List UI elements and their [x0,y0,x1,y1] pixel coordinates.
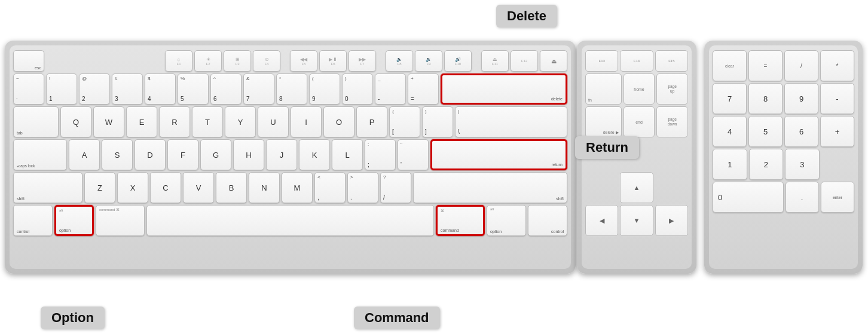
key-pagedown[interactable]: pagedown [656,106,688,137]
key-backslash[interactable]: |\ [455,106,567,137]
key-x[interactable]: X [117,172,148,203]
key-arrow-down[interactable]: ▼ [620,205,653,236]
key-y[interactable]: Y [225,106,256,137]
key-num-0[interactable]: 0 [713,182,784,213]
key-num-dot[interactable]: . [786,182,819,213]
key-eject[interactable]: ⏏ [540,50,567,72]
key-f9[interactable]: 🔉 F9 [415,50,442,72]
key-minus[interactable]: _- [375,73,406,105]
key-t[interactable]: T [192,106,223,137]
key-rbracket[interactable]: }] [422,106,453,137]
key-m[interactable]: M [282,172,313,203]
key-home[interactable]: home [624,73,655,105]
key-num-asterisk[interactable]: * [820,50,854,81]
key-grave[interactable]: ~` [13,73,44,105]
key-f5[interactable]: ◀◀ F5 [290,50,317,72]
key-w[interactable]: W [93,106,124,137]
key-period[interactable]: >. [347,172,378,203]
key-b[interactable]: B [216,172,247,203]
key-equals[interactable]: += [408,73,439,105]
key-8[interactable]: *8 [276,73,307,105]
key-num-6[interactable]: 6 [784,116,818,147]
key-arrow-up[interactable]: ▲ [620,172,654,203]
key-f10[interactable]: 🔊 F10 [444,50,472,72]
key-v[interactable]: V [183,172,214,203]
key-num-8[interactable]: 8 [748,83,783,114]
key-o[interactable]: O [323,106,354,137]
key-comma[interactable]: <, [314,172,346,203]
key-clear[interactable]: clear [713,50,747,81]
key-d[interactable]: D [135,139,166,170]
key-j[interactable]: J [266,139,297,170]
key-pageup[interactable]: pageup [656,73,688,105]
key-num-plus[interactable]: + [820,116,854,147]
key-2[interactable]: @2 [79,73,110,105]
key-tab[interactable]: tab [13,106,59,137]
key-a[interactable]: A [69,139,100,170]
key-f13[interactable]: F13 [585,50,618,72]
key-i[interactable]: I [291,106,322,137]
key-f12[interactable]: F12 [511,50,538,72]
key-r[interactable]: R [159,106,190,137]
key-l[interactable]: L [332,139,363,170]
key-num-7[interactable]: 7 [713,83,747,114]
key-delete[interactable]: delete [441,73,567,105]
key-0[interactable]: )0 [342,73,373,105]
key-control-left[interactable]: control [13,205,53,236]
key-n[interactable]: N [249,172,280,203]
key-1[interactable]: !1 [46,73,77,105]
key-end[interactable]: end [624,106,655,137]
key-shift-left[interactable]: shift [13,172,82,203]
key-num-minus[interactable]: - [820,83,854,114]
key-semicolon[interactable]: :; [365,139,396,170]
key-option-right[interactable]: alt option [487,205,526,236]
key-shift-right[interactable]: shift [413,172,567,203]
key-p[interactable]: P [356,106,387,137]
key-command-left-label[interactable]: command ⌘ [96,205,145,236]
key-f15[interactable]: F15 [655,50,688,72]
key-f[interactable]: F [167,139,198,170]
key-arrow-right[interactable]: ▶ [655,205,688,236]
key-f4[interactable]: ⊙ F4 [253,50,280,72]
key-return[interactable]: return [430,139,567,170]
key-q[interactable]: Q [60,106,91,137]
key-num-3[interactable]: 3 [785,149,820,180]
key-control-right[interactable]: control [528,205,567,236]
key-5[interactable]: %5 [178,73,209,105]
key-f7[interactable]: ▶▶ F7 [349,50,376,72]
key-num-9[interactable]: 9 [784,83,818,114]
key-num-5[interactable]: 5 [748,116,783,147]
key-num-4[interactable]: 4 [713,116,747,147]
key-num-enter[interactable]: enter [821,182,854,213]
key-f2[interactable]: ☀ F2 [194,50,222,72]
key-f1[interactable]: ☼ F1 [165,50,192,72]
key-space[interactable] [146,205,434,236]
key-delete-fwd[interactable]: delete ▶ [585,106,622,137]
key-lbracket[interactable]: {[ [389,106,420,137]
key-9[interactable]: (9 [309,73,340,105]
key-f3[interactable]: ⊞ F3 [224,50,251,72]
key-num-1[interactable]: 1 [713,149,747,180]
key-num-2[interactable]: 2 [749,149,784,180]
key-k[interactable]: K [299,139,330,170]
key-slash[interactable]: ?/ [380,172,411,203]
key-f8[interactable]: 🔈 F8 [386,50,413,72]
key-c[interactable]: C [150,172,181,203]
key-quote[interactable]: "' [398,139,429,170]
key-3[interactable]: #3 [112,73,143,105]
key-command-right[interactable]: ⌘ command [436,205,485,236]
key-u[interactable]: U [258,106,289,137]
key-h[interactable]: H [233,139,264,170]
key-option-left[interactable]: alt option [54,205,94,236]
key-e[interactable]: E [126,106,157,137]
key-7[interactable]: &7 [243,73,274,105]
key-f6[interactable]: ▶⏸ F6 [319,50,347,72]
key-z[interactable]: Z [84,172,115,203]
key-f14[interactable]: F14 [620,50,653,72]
key-arrow-left[interactable]: ◀ [585,205,618,236]
key-num-slash[interactable]: / [784,50,818,81]
key-esc[interactable]: esc [13,50,44,72]
key-s[interactable]: S [102,139,133,170]
key-fn[interactable]: fn [585,73,622,105]
key-num-equals[interactable]: = [748,50,783,81]
